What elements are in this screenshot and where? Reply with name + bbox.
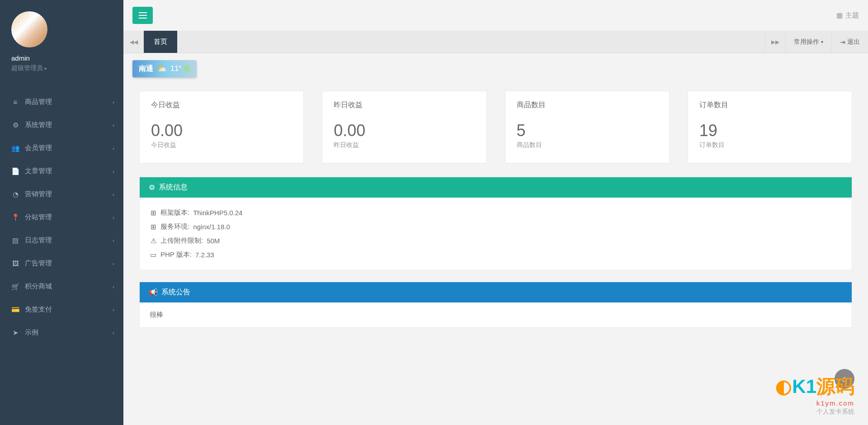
content: 南通 ⛅ 11° 优 今日收益 0.00 今日收益 昨日收益 0.00 昨日收益… bbox=[123, 53, 868, 346]
theme-label: 主题 bbox=[845, 11, 859, 20]
stat-value: 0.00 bbox=[151, 121, 292, 140]
stat-title: 商品数目 bbox=[517, 100, 658, 110]
common-ops-dropdown[interactable]: 常用操作 ▾ bbox=[785, 31, 831, 53]
nav-item-products[interactable]: ≡ 商品管理 ‹ bbox=[0, 90, 123, 113]
role-dropdown[interactable]: 超级管理员 bbox=[11, 64, 112, 72]
warning-icon: ⚠ bbox=[150, 237, 157, 245]
nav-label: 系统管理 bbox=[25, 121, 52, 129]
logout-icon: ⇥ bbox=[840, 38, 845, 46]
file-icon: 📄 bbox=[11, 167, 19, 175]
stat-sub: 昨日收益 bbox=[334, 141, 475, 149]
username: admin bbox=[11, 54, 112, 62]
avatar[interactable] bbox=[11, 11, 47, 47]
chevron-left-icon: ‹ bbox=[113, 261, 114, 266]
nav-label: 免签支付 bbox=[25, 305, 52, 314]
watermark-url: k1ym.com bbox=[775, 399, 854, 407]
nav-label: 营销管理 bbox=[25, 190, 52, 198]
stat-sub: 订单数目 bbox=[699, 141, 840, 149]
stat-title: 今日收益 bbox=[151, 100, 292, 110]
stat-title: 订单数目 bbox=[699, 100, 840, 110]
chevron-left-icon: ‹ bbox=[113, 99, 114, 105]
watermark-logo: ◐K1源码 bbox=[775, 374, 854, 399]
nav-item-system[interactable]: ⚙ 系统管理 ‹ bbox=[0, 113, 123, 137]
topbar: ▦ 主题 bbox=[123, 0, 868, 31]
stat-yesterday-income: 昨日收益 0.00 昨日收益 bbox=[322, 91, 486, 163]
nav-label: 会员管理 bbox=[25, 144, 52, 152]
common-ops-label: 常用操作 bbox=[794, 38, 819, 46]
info-label: PHP 版本: bbox=[160, 250, 192, 259]
theme-button[interactable]: ▦ 主题 bbox=[836, 11, 859, 20]
weather-widget[interactable]: 南通 ⛅ 11° 优 bbox=[132, 60, 197, 77]
sitemap-icon: ⊞ bbox=[150, 209, 157, 217]
stat-value: 5 bbox=[517, 121, 658, 140]
chevron-down-icon: ▾ bbox=[821, 39, 823, 44]
logout-label: 退出 bbox=[847, 38, 860, 46]
stat-value: 19 bbox=[699, 121, 840, 140]
tab-home[interactable]: 首页 bbox=[144, 31, 177, 53]
info-value: 50M bbox=[207, 237, 220, 245]
palette-icon: ▦ bbox=[836, 11, 843, 19]
chevron-left-icon: ‹ bbox=[113, 169, 114, 174]
panel-body: 很棒 bbox=[140, 302, 852, 327]
info-label: 服务环境: bbox=[160, 222, 189, 231]
tabs-scroll-left[interactable]: ◀◀ bbox=[123, 31, 144, 53]
image-icon: 🖼 bbox=[11, 260, 19, 267]
nav-item-articles[interactable]: 📄 文章管理 ‹ bbox=[0, 160, 123, 183]
tabs-scroll-right[interactable]: ▶▶ bbox=[765, 31, 785, 53]
nav-label: 示例 bbox=[25, 328, 38, 337]
sidebar-toggle-button[interactable] bbox=[132, 7, 153, 24]
piechart-icon: ◔ bbox=[11, 190, 19, 198]
nav-item-logs[interactable]: ▤ 日志管理 ‹ bbox=[0, 229, 123, 252]
stat-title: 昨日收益 bbox=[334, 100, 475, 110]
chevron-left-icon: ‹ bbox=[113, 284, 114, 289]
panel-header: 📢 系统公告 bbox=[140, 282, 852, 302]
panel-title: 系统公告 bbox=[161, 288, 190, 297]
pin-icon: 📍 bbox=[11, 213, 19, 222]
stat-orders: 订单数目 19 订单数目 bbox=[688, 91, 852, 163]
cogs-icon: ⚙ bbox=[149, 183, 155, 192]
weather-city: 南通 bbox=[139, 64, 153, 74]
stats-row: 今日收益 0.00 今日收益 昨日收益 0.00 昨日收益 商品数目 5 商品数… bbox=[132, 91, 859, 163]
card-icon: 💳 bbox=[11, 306, 19, 314]
nav-item-marketing[interactable]: ◔ 营销管理 ‹ bbox=[0, 183, 123, 206]
notice-text: 很棒 bbox=[150, 311, 842, 319]
panel-body: ⊞ 框架版本: ThinkPHP5.0.24 ⊞ 服务环境: nginx/1.1… bbox=[140, 198, 852, 270]
nav-item-substation[interactable]: 📍 分站管理 ‹ bbox=[0, 206, 123, 229]
nav-label: 广告管理 bbox=[25, 259, 52, 268]
sidebar: admin 超级管理员 ≡ 商品管理 ‹ ⚙ 系统管理 ‹ 👥 会员管理 ‹ 📄… bbox=[0, 0, 123, 425]
stat-sub: 今日收益 bbox=[151, 141, 292, 149]
send-icon: ➤ bbox=[11, 329, 19, 337]
nav-label: 积分商城 bbox=[25, 282, 52, 291]
windows-icon: ⊞ bbox=[150, 223, 157, 231]
tabbar: ◀◀ 首页 ▶▶ 常用操作 ▾ ⇥ 退出 bbox=[123, 31, 868, 53]
nav-item-members[interactable]: 👥 会员管理 ‹ bbox=[0, 137, 123, 160]
gear-icon: ⚙ bbox=[11, 121, 19, 129]
weather-temp: 11° bbox=[170, 65, 181, 73]
bullhorn-icon: 📢 bbox=[149, 288, 158, 297]
weather-cloud-icon: ⛅ bbox=[157, 64, 167, 74]
info-row-upload: ⚠ 上传附件限制: 50M bbox=[150, 234, 842, 248]
logout-button[interactable]: ⇥ 退出 bbox=[831, 31, 868, 53]
nav-label: 分站管理 bbox=[25, 213, 52, 222]
watermark: ◐K1源码 k1ym.com 个人发卡系统 bbox=[775, 374, 854, 416]
nav-label: 文章管理 bbox=[25, 167, 52, 175]
nav-item-ads[interactable]: 🖼 广告管理 ‹ bbox=[0, 252, 123, 275]
nav-label: 商品管理 bbox=[25, 98, 52, 106]
info-label: 框架版本: bbox=[160, 208, 189, 217]
nav-item-payment[interactable]: 💳 免签支付 ‹ bbox=[0, 298, 123, 321]
system-notice-panel: 📢 系统公告 很棒 bbox=[139, 282, 852, 328]
info-label: 上传附件限制: bbox=[160, 236, 203, 245]
users-icon: 👥 bbox=[11, 144, 19, 152]
card-icon: ▭ bbox=[150, 251, 157, 259]
nav-item-example[interactable]: ➤ 示例 ‹ bbox=[0, 321, 123, 344]
chevron-left-icon: ‹ bbox=[113, 215, 114, 220]
chevron-left-icon: ‹ bbox=[113, 146, 114, 151]
info-row-php: ▭ PHP 版本: 7.2.33 bbox=[150, 248, 842, 262]
chevron-left-icon: ‹ bbox=[113, 238, 114, 243]
stat-today-income: 今日收益 0.00 今日收益 bbox=[139, 91, 304, 163]
stat-sub: 商品数目 bbox=[517, 141, 658, 149]
nav-item-points-mall[interactable]: 🛒 积分商城 ‹ bbox=[0, 275, 123, 298]
stat-value: 0.00 bbox=[334, 121, 475, 140]
chevron-left-icon: ‹ bbox=[113, 123, 114, 128]
nav-label: 日志管理 bbox=[25, 236, 52, 245]
